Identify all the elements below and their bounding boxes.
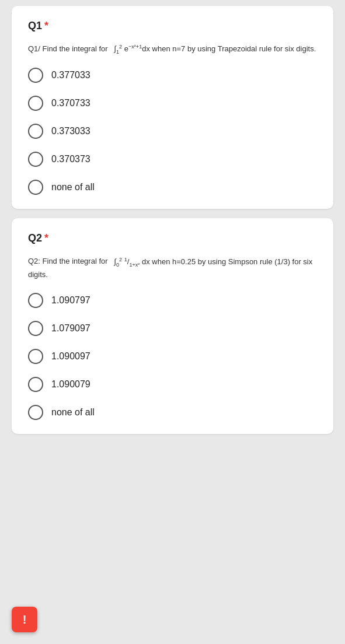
q1-math-expression: ∫12 e−x²+1dx when n=7 by using Trapezoid… (114, 44, 316, 53)
q1-title-text: Q1 (28, 20, 42, 32)
q1-option-label-5: none of all (51, 182, 95, 192)
q1-option-2[interactable]: 0.370733 (28, 96, 317, 111)
q2-option-1[interactable]: 1.090797 (28, 293, 317, 308)
q2-math-expression: ∫02 1/1+x² dx when h=0.25 by using Simps… (28, 257, 312, 279)
q2-radio-5[interactable] (28, 405, 43, 420)
q1-option-label-4: 0.370373 (51, 154, 90, 164)
fab-icon: ! (23, 613, 27, 626)
q2-option-5[interactable]: none of all (28, 405, 317, 420)
q2-option-2[interactable]: 1.079097 (28, 321, 317, 336)
q2-option-4[interactable]: 1.090079 (28, 377, 317, 392)
q1-option-4[interactable]: 0.370373 (28, 152, 317, 167)
q2-option-label-3: 1.090097 (51, 351, 90, 362)
q1-options-list: 0.377033 0.370733 0.373033 0.370373 none… (28, 68, 317, 195)
q2-option-3[interactable]: 1.090097 (28, 349, 317, 364)
q2-option-label-4: 1.090079 (51, 379, 90, 390)
q2-radio-3[interactable] (28, 349, 43, 364)
q1-radio-3[interactable] (28, 124, 43, 139)
q2-option-label-2: 1.079097 (51, 323, 90, 334)
q1-option-3[interactable]: 0.373033 (28, 124, 317, 139)
q1-radio-4[interactable] (28, 152, 43, 167)
q2-option-label-5: none of all (51, 407, 95, 418)
q1-option-1[interactable]: 0.377033 (28, 68, 317, 83)
question-title-q2: Q2* (28, 232, 317, 244)
q2-question-text: Q2: Find the integral for ∫02 1/1+x² dx … (28, 255, 317, 281)
q2-radio-1[interactable] (28, 293, 43, 308)
q1-option-label-2: 0.370733 (51, 98, 90, 108)
question-card-q2: Q2* Q2: Find the integral for ∫02 1/1+x²… (12, 218, 333, 433)
q1-radio-5[interactable] (28, 180, 43, 195)
q1-radio-2[interactable] (28, 96, 43, 111)
q2-radio-2[interactable] (28, 321, 43, 336)
q2-options-list: 1.090797 1.079097 1.090097 1.090079 none… (28, 293, 317, 420)
q1-option-label-3: 0.373033 (51, 126, 90, 136)
fab-exclamation-button[interactable]: ! (12, 607, 37, 632)
q2-title-text: Q2 (28, 232, 42, 244)
q1-question-text: Q1/ Find the integral for ∫12 e−x²+1dx w… (28, 43, 317, 56)
question-card-q1: Q1* Q1/ Find the integral for ∫12 e−x²+1… (12, 6, 333, 209)
q2-required-star: * (44, 232, 48, 244)
q1-required-star: * (44, 20, 48, 32)
question-title-q1: Q1* (28, 20, 317, 32)
q1-radio-1[interactable] (28, 68, 43, 83)
q2-radio-4[interactable] (28, 377, 43, 392)
q2-option-label-1: 1.090797 (51, 295, 90, 306)
q1-option-label-1: 0.377033 (51, 70, 90, 80)
q1-option-5[interactable]: none of all (28, 180, 317, 195)
